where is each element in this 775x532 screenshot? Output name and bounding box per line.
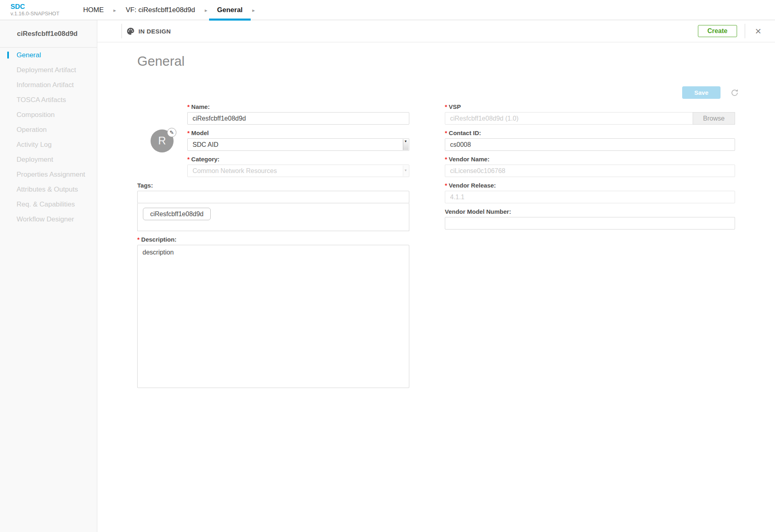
- close-icon[interactable]: ×: [753, 26, 764, 36]
- model-label: *Model: [187, 129, 409, 137]
- vendor-release-input: [445, 191, 735, 203]
- description-label: *Description:: [137, 236, 409, 243]
- vsp-field-group: *VSP Browse: [445, 103, 735, 125]
- logo-version: v.1.16.0-SNAPSHOT: [10, 11, 59, 17]
- tag-chip[interactable]: ciResfcbff1e08d9d: [143, 208, 211, 220]
- save-button[interactable]: Save: [682, 86, 721, 99]
- breadcrumb-vf[interactable]: VF: ciResfcbff1e08d9d: [118, 0, 203, 20]
- avatar-letter: R: [158, 135, 166, 147]
- general-content: General Save R ✎ *Name:: [97, 42, 775, 532]
- sidebar-item-attributes-outputs[interactable]: Attributes & Outputs: [0, 182, 97, 197]
- main-panel: IN DESIGN Create × General Save R ✎: [97, 20, 775, 532]
- required-asterisk: *: [445, 103, 447, 110]
- dropdown-arrow-strip: ▼: [403, 165, 408, 176]
- category-selected-value: Common Network Resources: [193, 167, 277, 175]
- contact-field-group: *Contact ID:: [445, 129, 735, 151]
- breadcrumb: HOME ▸ VF: ciResfcbff1e08d9d ▸ General ▸: [75, 0, 257, 20]
- vendor-release-label: *Vendor Release:: [445, 182, 735, 189]
- tags-container: ciResfcbff1e08d9d: [137, 203, 409, 231]
- header-actions: Create ×: [698, 24, 764, 38]
- vendor-name-input: [445, 165, 735, 177]
- breadcrumb-home[interactable]: HOME: [75, 0, 112, 20]
- pencil-icon: ✎: [170, 129, 174, 136]
- sidebar-item-general[interactable]: General: [0, 48, 97, 63]
- sidebar-item-deployment-artifact[interactable]: Deployment Artifact: [0, 63, 97, 77]
- logo-title: SDC: [10, 3, 59, 11]
- sidebar-item-properties-assignment[interactable]: Properties Assignment: [0, 167, 97, 182]
- sidebar-item-tosca-artifacts[interactable]: TOSCA Artifacts: [0, 92, 97, 107]
- tags-label: Tags:: [137, 182, 409, 189]
- lifecycle-status: IN DESIGN: [121, 24, 171, 38]
- model-field-group: *Model SDC AID ▼: [187, 129, 409, 151]
- model-select[interactable]: SDC AID ▼: [187, 138, 409, 151]
- name-label: *Name:: [187, 103, 409, 111]
- dropdown-arrow-strip: ▼: [403, 139, 408, 150]
- category-select: Common Network Resources ▼: [187, 165, 409, 177]
- page-title: General: [137, 54, 184, 69]
- required-asterisk: *: [187, 129, 190, 136]
- palette-icon: [126, 27, 135, 35]
- status-badge: IN DESIGN: [138, 28, 171, 35]
- name-input[interactable]: [187, 112, 409, 125]
- required-asterisk: *: [445, 156, 447, 163]
- chevron-right-icon: ▸: [205, 7, 207, 13]
- edit-avatar-button[interactable]: ✎: [167, 128, 176, 137]
- save-row: Save: [682, 86, 739, 99]
- contact-id-input[interactable]: [445, 138, 735, 151]
- vsp-input: [445, 112, 735, 125]
- sidebar-item-information-artifact[interactable]: Information Artifact: [0, 77, 97, 92]
- sidebar-item-workflow-designer[interactable]: Workflow Designer: [0, 212, 97, 227]
- required-asterisk: *: [187, 156, 190, 163]
- required-asterisk: *: [445, 129, 447, 136]
- chevron-right-icon: ▸: [113, 7, 116, 13]
- required-asterisk: *: [445, 182, 447, 189]
- category-label: *Category:: [187, 156, 409, 163]
- description-field-group: *Description: description: [137, 236, 409, 390]
- form-right-column: *VSP Browse *Contact ID: *Vendor Name: *…: [445, 101, 735, 234]
- tags-field-group: Tags: ciResfcbff1e08d9d: [137, 182, 409, 231]
- sdc-logo[interactable]: SDC v.1.16.0-SNAPSHOT: [10, 3, 59, 17]
- chevron-right-icon: ▸: [252, 7, 255, 13]
- revert-button[interactable]: [730, 88, 739, 97]
- sidebar-item-operation[interactable]: Operation: [0, 122, 97, 137]
- description-textarea[interactable]: description: [137, 245, 409, 388]
- chevron-down-icon: ▼: [404, 140, 407, 143]
- vendor-name-label: *Vendor Name:: [445, 156, 735, 163]
- sidebar-item-deployment[interactable]: Deployment: [0, 152, 97, 167]
- divider: [745, 24, 745, 38]
- sidebar-item-activity-log[interactable]: Activity Log: [0, 137, 97, 152]
- sidebar: ciResfcbff1e08d9d General Deployment Art…: [0, 20, 97, 532]
- required-asterisk: *: [137, 236, 140, 243]
- vendor-model-field-group: Vendor Model Number:: [445, 208, 735, 229]
- chevron-down-icon: ▼: [404, 169, 407, 172]
- contact-id-label: *Contact ID:: [445, 129, 735, 137]
- sidebar-nav: General Deployment Artifact Information …: [0, 48, 97, 227]
- sidebar-item-req-capabilities[interactable]: Req. & Capabilities: [0, 197, 97, 212]
- vendor-name-field-group: *Vendor Name:: [445, 156, 735, 177]
- form-left-column: R ✎ *Name: *Model SDC AID ▼: [137, 101, 409, 394]
- create-button[interactable]: Create: [698, 25, 737, 37]
- category-field-group: *Category: Common Network Resources ▼: [187, 156, 409, 177]
- vendor-model-number-input[interactable]: [445, 217, 735, 229]
- breadcrumb-general-active[interactable]: General: [209, 0, 251, 20]
- vendor-model-number-label: Vendor Model Number:: [445, 208, 735, 215]
- avatar: R ✎: [151, 129, 174, 152]
- vendor-release-field-group: *Vendor Release:: [445, 182, 735, 203]
- vsp-label: *VSP: [445, 103, 735, 111]
- sidebar-item-composition[interactable]: Composition: [0, 107, 97, 122]
- main-header: IN DESIGN Create ×: [97, 20, 775, 42]
- sidebar-title: ciResfcbff1e08d9d: [0, 20, 97, 48]
- tags-input[interactable]: [137, 191, 409, 203]
- required-asterisk: *: [187, 103, 190, 110]
- top-bar: SDC v.1.16.0-SNAPSHOT HOME ▸ VF: ciResfc…: [0, 0, 775, 20]
- refresh-icon: [730, 88, 739, 97]
- browse-button[interactable]: Browse: [693, 112, 735, 125]
- name-field-group: *Name:: [187, 103, 409, 125]
- model-selected-value: SDC AID: [193, 141, 218, 148]
